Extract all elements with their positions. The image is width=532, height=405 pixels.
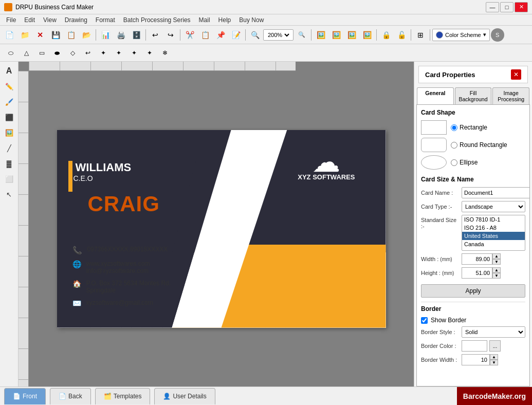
undo-button[interactable]: ↩ (148, 28, 162, 42)
close-button[interactable]: ✕ (515, 2, 528, 12)
redo-button[interactable]: ↪ (163, 28, 178, 42)
radio-round-rect-input[interactable] (451, 142, 457, 149)
standard-size-list[interactable]: ISO 7810 ID-1 ISO 216 - A8 United States… (462, 215, 525, 251)
ellipse-label: Ellipse (460, 159, 478, 166)
cut-button[interactable]: ✂️ (182, 28, 197, 42)
menu-batch[interactable]: Batch Processing Series (119, 15, 195, 25)
border-width-down[interactable]: ▼ (490, 360, 498, 365)
radio-ellipse[interactable]: Ellipse (451, 159, 478, 166)
front-icon: 📄 (13, 393, 21, 400)
contact-web: 🌐 www.xyzsoftwares.com Info@xyzsoftware.… (72, 260, 171, 274)
menu-edit[interactable]: Edit (20, 15, 39, 25)
shape-star5[interactable]: ✦ (97, 46, 110, 60)
menu-file[interactable]: File (2, 15, 20, 25)
address-text: P.O. Box 372 5634 Montes Rd. (86, 280, 171, 287)
border-style-select[interactable]: Solid Dashed Dotted (462, 326, 525, 338)
tool-fill[interactable]: ⬛ (2, 110, 16, 124)
copy-button[interactable]: 📋 (198, 28, 212, 42)
tool-image[interactable]: 🖼️ (2, 125, 16, 140)
db-button[interactable]: 🗄️ (129, 28, 143, 42)
img-btn1[interactable]: 🖼️ (314, 28, 328, 42)
radio-round-rectangle[interactable]: Round Rectangle (451, 141, 507, 149)
close-file-button[interactable]: ✕ (33, 28, 47, 42)
tab-general[interactable]: General (417, 87, 454, 104)
tool-draw[interactable]: ✏️ (2, 79, 16, 94)
menu-drawing[interactable]: Drawing (61, 15, 91, 25)
lock-btn[interactable]: 🔒 (379, 28, 393, 42)
tab-image-processing[interactable]: Image Processing (492, 87, 529, 104)
tool-paint[interactable]: 🖌️ (2, 95, 16, 109)
tab-templates[interactable]: 🗂️ Templates (95, 388, 151, 404)
shape-oval[interactable]: ⬬ (50, 46, 64, 60)
open-button[interactable]: 📁 (17, 28, 32, 42)
save-as-button[interactable]: 📋 (64, 28, 78, 42)
new-button[interactable]: 📄 (2, 28, 16, 42)
radio-rect-input[interactable] (451, 124, 457, 131)
tab-fill-background[interactable]: Fill Background (455, 87, 492, 104)
panel-close-button[interactable]: ✕ (511, 69, 521, 80)
width-spinner-btns: ▲ ▼ (492, 253, 501, 265)
back-icon: 📄 (59, 393, 66, 400)
open-folder-button[interactable]: 📂 (79, 28, 94, 42)
border-color-input[interactable] (462, 340, 487, 352)
shape-circle[interactable]: ⬭ (4, 46, 17, 60)
shape-star8[interactable]: ✦ (127, 46, 141, 60)
height-input[interactable] (462, 267, 492, 279)
img-btn2[interactable]: 🖼️ (329, 28, 343, 42)
shape-row-rect: Rectangle (421, 120, 525, 135)
main-area: A ✏️ 🖌️ ⬛ 🖼️ ╱ ▓ ⬜ ↖ (0, 62, 532, 386)
height-up[interactable]: ▲ (492, 267, 501, 273)
menu-format[interactable]: Format (91, 15, 119, 25)
grid-btn[interactable]: ⊞ (413, 28, 428, 42)
width-down[interactable]: ▼ (492, 259, 501, 265)
zoom-in-button[interactable]: 🔍 (248, 28, 262, 42)
radio-ellipse-input[interactable] (451, 159, 457, 166)
minimize-button[interactable]: — (486, 2, 499, 12)
shape-star10[interactable]: ✦ (143, 46, 156, 60)
tab-front[interactable]: 📄 Front (4, 388, 46, 404)
border-color-picker-button[interactable]: ... (489, 340, 501, 352)
lock2-btn[interactable]: 🔓 (394, 28, 409, 42)
color-scheme-button[interactable]: Color Scheme ▾ (432, 29, 490, 41)
maximize-button[interactable]: □ (500, 2, 513, 12)
card-type-select[interactable]: Portrait Landscape (462, 201, 525, 212)
zoom-out-button[interactable]: 🔍 (295, 28, 309, 42)
shape-arrow[interactable]: ↩ (81, 46, 95, 60)
paste2-button[interactable]: 📝 (229, 28, 243, 42)
height-down[interactable]: ▼ (492, 273, 501, 279)
paste-button[interactable]: 📌 (213, 28, 228, 42)
print-button[interactable]: 🖨️ (114, 28, 128, 42)
shape-star6[interactable]: ✦ (112, 46, 125, 60)
shape-diamond[interactable]: ◇ (66, 46, 79, 60)
border-width-up[interactable]: ▲ (490, 354, 498, 360)
show-border-checkbox[interactable] (421, 317, 428, 324)
card-name-input[interactable] (462, 187, 530, 198)
zoom-select[interactable]: 200%100%150% (266, 31, 291, 39)
tool-text[interactable]: A (2, 64, 16, 78)
menu-help[interactable]: Help (214, 15, 235, 25)
zoom-box[interactable]: 200%100%150% (263, 29, 293, 41)
tool-qr[interactable]: ⬜ (2, 172, 16, 186)
report-button[interactable]: 📊 (98, 28, 113, 42)
img-btn4[interactable]: 🖼️ (360, 28, 374, 42)
tab-back[interactable]: 📄 Back (50, 388, 91, 404)
menu-buynow[interactable]: Buy Now (235, 15, 268, 25)
shape-snowflake[interactable]: ❄ (158, 46, 172, 60)
width-input[interactable] (462, 253, 492, 265)
radio-rectangle[interactable]: Rectangle (451, 124, 487, 131)
img-btn3[interactable]: 🖼️ (344, 28, 359, 42)
tab-user-details[interactable]: 👤 User Details (154, 388, 215, 404)
apply-button[interactable]: Apply (421, 284, 525, 298)
menu-view[interactable]: View (39, 15, 61, 25)
shape-triangle[interactable]: △ (20, 46, 33, 60)
border-width-input[interactable] (462, 354, 490, 365)
width-up[interactable]: ▲ (492, 253, 501, 259)
save-button[interactable]: 💾 (48, 28, 63, 42)
email-text: xyzsoftware@gmail.com (86, 299, 153, 306)
tool-line[interactable]: ╱ (2, 141, 16, 155)
tool-cursor[interactable]: ↖ (2, 187, 16, 201)
coin-button[interactable]: S (491, 28, 504, 42)
tool-barcode[interactable]: ▓ (2, 156, 16, 171)
menu-mail[interactable]: Mail (195, 15, 214, 25)
shape-rect[interactable]: ▭ (35, 46, 48, 60)
